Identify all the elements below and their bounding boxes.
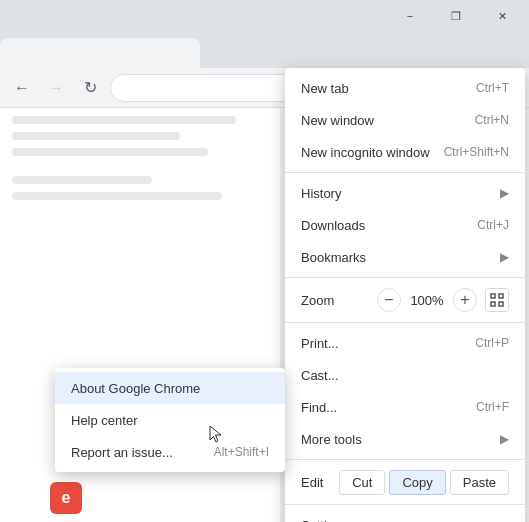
submenu-item-about[interactable]: About Google Chrome — [55, 372, 285, 404]
close-button[interactable]: ✕ — [479, 0, 525, 32]
restore-button[interactable]: ❐ — [433, 0, 479, 32]
separator-2 — [285, 277, 525, 278]
separator-1 — [285, 172, 525, 173]
cut-button[interactable]: Cut — [339, 470, 385, 495]
menu-item-history[interactable]: History ▶ — [285, 177, 525, 209]
reload-button[interactable]: ↻ — [76, 74, 104, 102]
submenu-item-report-issue[interactable]: Report an issue... Alt+Shift+I — [55, 436, 285, 468]
separator-4 — [285, 459, 525, 460]
copy-button[interactable]: Copy — [389, 470, 445, 495]
browser-frame: − ❐ ✕ ← → ↻ ★ T ⋮ e New tab Ctrl+T — [0, 0, 529, 522]
menu-item-new-incognito[interactable]: New incognito window Ctrl+Shift+N — [285, 136, 525, 168]
separator-5 — [285, 504, 525, 505]
zoom-row: Zoom − 100% + — [285, 282, 525, 318]
title-bar: − ❐ ✕ — [0, 0, 529, 32]
menu-item-print[interactable]: Print... Ctrl+P — [285, 327, 525, 359]
menu-item-new-tab[interactable]: New tab Ctrl+T — [285, 72, 525, 104]
svg-rect-2 — [491, 294, 495, 298]
zoom-out-button[interactable]: − — [377, 288, 401, 312]
menu-item-settings[interactable]: Settings — [285, 509, 525, 522]
menu-item-downloads[interactable]: Downloads Ctrl+J — [285, 209, 525, 241]
paste-button[interactable]: Paste — [450, 470, 509, 495]
svg-rect-4 — [491, 302, 495, 306]
edit-row: Edit Cut Copy Paste — [285, 464, 525, 500]
menu-item-more-tools[interactable]: More tools ▶ — [285, 423, 525, 455]
submenu-item-help-center[interactable]: Help center — [55, 404, 285, 436]
app-icon: e — [50, 482, 82, 514]
menu-item-bookmarks[interactable]: Bookmarks ▶ — [285, 241, 525, 273]
separator-3 — [285, 322, 525, 323]
back-button[interactable]: ← — [8, 74, 36, 102]
menu-item-find[interactable]: Find... Ctrl+F — [285, 391, 525, 423]
help-submenu: About Google Chrome Help center Report a… — [55, 368, 285, 472]
chrome-menu: New tab Ctrl+T New window Ctrl+N New inc… — [285, 68, 525, 522]
tab-bar — [0, 32, 529, 68]
svg-rect-5 — [499, 302, 503, 306]
forward-button[interactable]: → — [42, 74, 70, 102]
zoom-in-button[interactable]: + — [453, 288, 477, 312]
menu-item-cast[interactable]: Cast... — [285, 359, 525, 391]
active-tab[interactable] — [0, 38, 200, 68]
fullscreen-button[interactable] — [485, 288, 509, 312]
menu-item-new-window[interactable]: New window Ctrl+N — [285, 104, 525, 136]
minimize-button[interactable]: − — [387, 0, 433, 32]
svg-rect-3 — [499, 294, 503, 298]
